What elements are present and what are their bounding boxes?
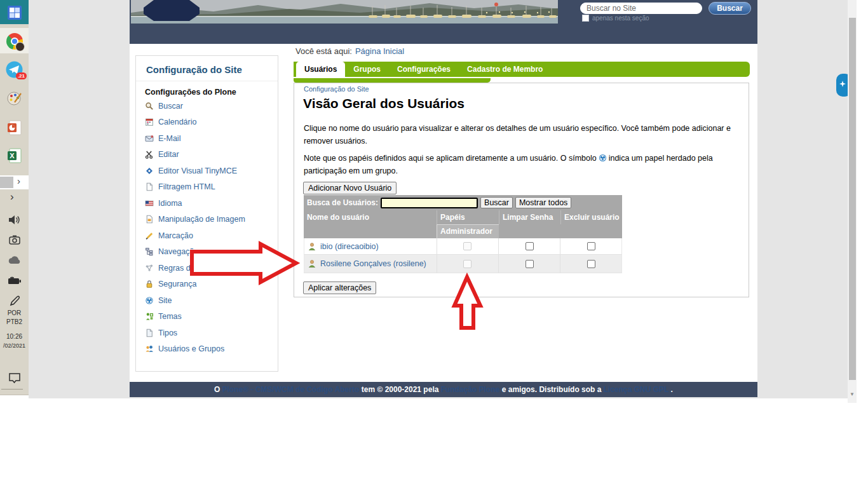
- roles-paragraph: Note que os papéis definidos aqui se apl…: [304, 152, 742, 178]
- footer-link-fundacao-plone[interactable]: Fundação Plone: [441, 385, 500, 394]
- overflow-thumbnail: [0, 177, 13, 188]
- image-document-icon: [145, 215, 154, 224]
- user-search-input[interactable]: [381, 198, 478, 208]
- sidebar-item-tipos[interactable]: Tipos: [145, 325, 269, 341]
- taskbar-overflow[interactable]: ›: [0, 175, 29, 189]
- chrome-icon[interactable]: [5, 32, 24, 50]
- action-center-icon[interactable]: [5, 369, 24, 387]
- table-header-row: Nome do usuário Papéis Limpar Senha Excl…: [304, 210, 622, 224]
- site-search-input[interactable]: [580, 3, 702, 14]
- sparkle-icon: [839, 80, 846, 88]
- user-search-button[interactable]: Buscar: [480, 197, 513, 208]
- user-search-row: Busca de Usuários: Buscar Mostrar todos: [304, 195, 622, 210]
- footer-link-plone[interactable]: Plone® - CMS/WCM de Código Aberto: [222, 385, 360, 394]
- role-admin-checkbox-ibio[interactable]: [463, 242, 471, 250]
- content-breadcrumb-link[interactable]: Configuração do Site: [304, 85, 369, 93]
- site-search-button[interactable]: Buscar: [709, 2, 751, 15]
- sidebar-item-calendario[interactable]: Calendário: [145, 114, 269, 131]
- column-header-name: Nome do usuário: [304, 210, 437, 224]
- sidebar-item-editor-visual-tinymce[interactable]: Editor Visual TinyMCE: [145, 163, 269, 179]
- delete-user-checkbox-ibio[interactable]: [587, 242, 595, 250]
- clock-date: /02/2021: [0, 342, 29, 349]
- sidebar-item-regras-de-conteudo[interactable]: Regras de Conteúdo: [145, 260, 269, 276]
- site-footer: O Plone® - CMS/WCM de Código Aberto tem …: [130, 382, 757, 397]
- config-list: Buscar Calendário E-Mail Editar Editor V…: [145, 98, 269, 357]
- breadcrumb-prefix: Você está aqui:: [295, 46, 352, 56]
- show-hidden-icons-chevron[interactable]: ›: [10, 191, 14, 203]
- camera-icon[interactable]: [5, 231, 24, 249]
- content-rules-icon: [145, 264, 154, 273]
- only-this-section-label: apenas nesta seção: [592, 15, 649, 22]
- only-this-section-checkbox[interactable]: [582, 15, 589, 22]
- column-header-roles: Papéis: [437, 210, 499, 224]
- sidebar-item-editar[interactable]: Editar: [145, 147, 269, 163]
- types-document-icon: [145, 329, 154, 337]
- sidebar-item-seguranca[interactable]: Segurança: [145, 276, 269, 293]
- apply-changes-button[interactable]: Aplicar alterações: [303, 281, 376, 294]
- volume-icon[interactable]: [5, 210, 24, 229]
- inherited-role-icon: [599, 154, 607, 162]
- column-header-reset-password: Limpar Senha: [499, 210, 560, 224]
- language-line2: PTB2: [0, 318, 29, 325]
- user-search-label: Busca de Usuários:: [304, 198, 381, 207]
- user-link-ibio[interactable]: ibio (direcaoibio): [320, 242, 379, 251]
- powerpoint-icon[interactable]: [5, 118, 24, 137]
- sidebar-item-marcacao[interactable]: Marcação: [145, 227, 269, 244]
- breadcrumb: Você está aqui:Página Inicial: [295, 46, 404, 56]
- onedrive-cloud-icon[interactable]: [5, 251, 24, 269]
- delete-user-checkbox-rosilene[interactable]: [587, 260, 595, 268]
- pencil-icon: [145, 231, 154, 240]
- scrollbar[interactable]: ▼: [848, 0, 857, 403]
- site-logo-shape: [144, 0, 200, 21]
- tab-substrip: [294, 78, 491, 83]
- telegram-icon[interactable]: .21: [5, 60, 24, 79]
- sidebar-item-site[interactable]: Site: [145, 292, 269, 309]
- battery-icon[interactable]: [5, 271, 24, 290]
- breadcrumb-home-link[interactable]: Página Inicial: [355, 46, 404, 56]
- sidebar-item-email[interactable]: E-Mail: [145, 130, 269, 147]
- marina-banner-image: [131, 0, 558, 24]
- sidebar-item-temas[interactable]: Temas: [145, 309, 269, 325]
- sidebar-item-navegacao[interactable]: Navegação: [145, 244, 269, 261]
- add-new-user-button[interactable]: Adicionar Novo Usuário: [303, 182, 397, 194]
- footer-link-gnu-gpl[interactable]: Licença GNU GPL: [604, 385, 668, 394]
- overflow-chevron-icon: ›: [17, 175, 20, 186]
- reset-password-checkbox-rosilene[interactable]: [526, 260, 534, 268]
- sidebar-item-buscar[interactable]: Buscar: [145, 98, 269, 114]
- taskbar: .21 X › ›: [0, 0, 29, 395]
- show-all-button[interactable]: Mostrar todos: [515, 197, 571, 208]
- sidebar-item-filtragem-html[interactable]: Filtragem HTML: [145, 179, 269, 196]
- reset-password-checkbox-ibio[interactable]: [526, 242, 534, 250]
- tab-usuarios[interactable]: Usuários: [296, 62, 345, 77]
- user-link-rosilene[interactable]: Rosilene Gonçalves (rosilene): [320, 259, 426, 268]
- scrollbar-down-arrow[interactable]: ▼: [850, 391, 855, 397]
- document-icon: [145, 182, 154, 191]
- mail-icon: [145, 134, 154, 143]
- pen-icon[interactable]: [5, 292, 24, 310]
- users-table: Busca de Usuários: Buscar Mostrar todos …: [304, 195, 622, 273]
- users-groups-icon: [145, 344, 154, 353]
- scissors-icon: [145, 150, 154, 159]
- sidebar-item-manipulacao-de-imagem[interactable]: Manipulação de Imagem: [145, 212, 269, 228]
- chrome-profile-avatar: [15, 42, 25, 51]
- tab-grupos[interactable]: Grupos: [345, 62, 389, 77]
- paint-palette-icon[interactable]: [5, 89, 24, 107]
- language-line1: POR: [0, 309, 29, 316]
- role-admin-checkbox-rosilene[interactable]: [463, 260, 471, 268]
- tab-cadastro-de-membro[interactable]: Cadastro de Membro: [459, 62, 551, 77]
- page-title: Visão Geral dos Usuários: [303, 96, 465, 111]
- site-setup-portlet: Configuração do Site Configurações do Pl…: [135, 55, 278, 372]
- calendar-icon: [145, 118, 154, 126]
- tinymce-diamond-icon: [145, 166, 154, 175]
- tab-configuracoes[interactable]: Configurações: [389, 62, 459, 77]
- excel-icon[interactable]: X: [5, 146, 24, 165]
- plone-icon: [145, 296, 154, 305]
- navigation-tree-icon: [145, 247, 154, 256]
- clock-time: 10:26: [0, 333, 29, 340]
- sidebar-item-usuarios-e-grupos[interactable]: Usuários e Grupos: [145, 341, 269, 358]
- sidebar-item-idioma[interactable]: Idioma: [145, 195, 269, 212]
- scrollbar-thumb[interactable]: [849, 18, 856, 380]
- role-subheader-administrator: Administrador: [437, 224, 499, 238]
- start-tile-icon[interactable]: [5, 3, 24, 22]
- table-row: ibio (direcaoibio): [304, 238, 622, 255]
